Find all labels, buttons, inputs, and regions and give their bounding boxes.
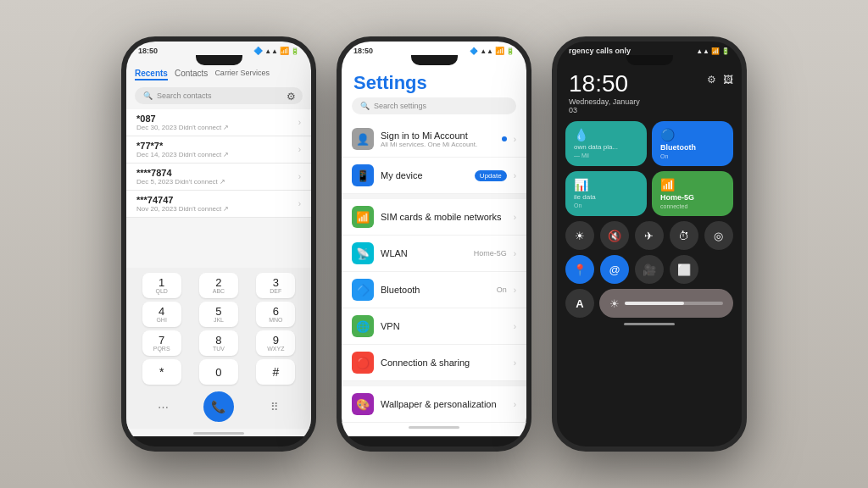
key-3[interactable]: 3DEF xyxy=(256,273,295,298)
cc-extra-btn[interactable]: ◎ xyxy=(704,221,733,250)
key-hash[interactable]: # xyxy=(256,359,295,385)
key-6[interactable]: 6MNO xyxy=(256,302,295,327)
call-item-3[interactable]: ****7874 Dec 5, 2023 Didn't connect ↗ › xyxy=(126,164,311,191)
key-8[interactable]: 8TUV xyxy=(199,330,238,356)
key-4[interactable]: 4GHI xyxy=(142,302,181,327)
cc-email-btn[interactable]: @ xyxy=(600,255,629,284)
sim-arrow: › xyxy=(514,213,516,222)
settings-item-vpn[interactable]: 🌐 VPN › xyxy=(342,308,526,345)
settings-item-wlan[interactable]: 📡 WLAN Home-5G › xyxy=(342,236,526,272)
keypad: 1QLD 2ABC 3DEF 4GHI 5JKL 6MNO 7PQRS 8TUV… xyxy=(126,268,311,429)
call-item-2[interactable]: *77*7* Dec 14, 2023 Didn't connect ↗ › xyxy=(126,136,311,164)
cc-avatar[interactable]: A xyxy=(565,289,594,318)
cc-gallery-icon[interactable]: 🖼 xyxy=(723,74,733,86)
wlan-labels: WLAN xyxy=(381,248,467,258)
key-2[interactable]: 2ABC xyxy=(199,273,238,298)
key-1[interactable]: 1QLD xyxy=(142,273,181,298)
tab-contacts[interactable]: Contacts xyxy=(175,69,208,80)
bt-tile-icon: 🔵 xyxy=(660,128,725,141)
bt-tile-sub: On xyxy=(660,153,725,159)
cc-tile-data-plan[interactable]: 💧 own data pla... — Mil xyxy=(565,121,647,166)
call-item-4[interactable]: ***74747 Nov 20, 2023 Didn't connect ↗ › xyxy=(126,191,311,218)
connection-arrow: › xyxy=(514,358,516,368)
wallpaper-label: Wallpaper & personalization xyxy=(381,399,507,409)
cc-expand-btn[interactable]: ⬜ xyxy=(670,255,698,284)
battery-icon: 🔋 xyxy=(291,47,299,55)
settings-item-wallpaper[interactable]: 🎨 Wallpaper & personalization › xyxy=(342,386,526,423)
settings-item-mi-account[interactable]: 👤 Sign in to Mi Account All Mi services.… xyxy=(342,121,526,158)
phone-right: rgency calls only ▲▲ 📶 🔋 18:50 Wednesday… xyxy=(552,36,747,452)
data-plan-label: own data pla... xyxy=(574,143,638,151)
keypad-row-2: 4GHI 5JKL 6MNO xyxy=(133,302,304,327)
signal-icon: ▲▲ xyxy=(264,47,278,55)
tab-recents[interactable]: Recents xyxy=(135,69,168,80)
call-number-1: *087 xyxy=(136,114,229,124)
cc-tile-bluetooth[interactable]: 🔵 Bluetooth On xyxy=(652,121,733,166)
mi-account-label: Sign in to Mi Account xyxy=(381,130,495,141)
cc-gear-icon[interactable]: ⚙ xyxy=(707,74,716,86)
notch-left xyxy=(196,55,242,65)
mi-account-arrow: › xyxy=(514,135,516,144)
key-9[interactable]: 9WXYZ xyxy=(256,330,295,356)
cc-empty xyxy=(704,255,732,284)
wallpaper-icon: 🎨 xyxy=(352,393,374,415)
mi-account-sublabel: All Mi services. One Mi Account. xyxy=(381,141,495,148)
my-device-arrow: › xyxy=(514,171,516,180)
brightness-track xyxy=(625,302,723,305)
sim-icon: 📶 xyxy=(352,206,374,228)
call-button[interactable]: 📞 xyxy=(203,391,234,422)
cc-tiles-grid: 💧 own data pla... — Mil 🔵 Bluetooth On 📊… xyxy=(557,114,742,219)
call-date-4: Nov 20, 2023 Didn't connect ↗ xyxy=(136,205,229,213)
home-indicator-right xyxy=(624,323,675,325)
brightness-icon: ☀ xyxy=(609,297,620,310)
my-device-icon: 📱 xyxy=(352,164,374,186)
phone-middle: 18:50 🔷 ▲▲ 📶 🔋 Settings 🔍 Search setting… xyxy=(337,36,531,452)
notch-mid xyxy=(411,55,458,65)
update-badge[interactable]: Update xyxy=(475,170,507,181)
phone-settings-gear[interactable]: ⚙ xyxy=(287,91,296,103)
connection-labels: Connection & sharing xyxy=(381,358,507,368)
wifi-right: 📶 xyxy=(711,47,720,55)
my-device-label: My device xyxy=(381,170,468,180)
mobile-data-sub: On xyxy=(574,202,638,208)
key-0[interactable]: 0 xyxy=(199,359,238,385)
dialpad-icon[interactable]: ⋯ xyxy=(143,401,182,413)
key-7[interactable]: 7PQRS xyxy=(142,330,181,356)
call-item-1[interactable]: *087 Dec 30, 2023 Didn't connect ↗ › xyxy=(126,109,311,136)
cc-mute-btn[interactable]: 🔇 xyxy=(600,221,629,250)
wifi-tile-sub: connected xyxy=(660,203,725,209)
contact-search-bar[interactable]: 🔍 Search contacts xyxy=(135,87,303,104)
cc-tile-mobile-data[interactable]: 📊 ile data On xyxy=(565,171,647,216)
cc-timer-btn[interactable]: ⏱ xyxy=(670,221,698,250)
wifi-tile-label: Home-5G xyxy=(660,193,725,202)
settings-item-my-device[interactable]: 📱 My device Update › xyxy=(342,158,526,194)
notch-right xyxy=(626,55,673,65)
cc-airplane-btn[interactable]: ✈ xyxy=(635,221,664,250)
tab-carrier[interactable]: Carrier Services xyxy=(214,69,270,80)
cc-flashlight-btn[interactable]: ☀ xyxy=(565,221,594,250)
settings-search-bar[interactable]: 🔍 Search settings xyxy=(352,97,516,114)
home-indicator-mid xyxy=(409,426,459,429)
cc-location-btn[interactable]: 📍 xyxy=(565,255,594,284)
call-arrow-3: › xyxy=(298,172,301,181)
vpn-icon: 🌐 xyxy=(352,315,374,337)
apps-icon[interactable]: ⠿ xyxy=(255,401,294,413)
key-5[interactable]: 5JKL xyxy=(199,302,238,327)
sim-labels: SIM cards & mobile networks xyxy=(381,212,507,222)
key-star[interactable]: * xyxy=(142,359,181,385)
connection-label: Connection & sharing xyxy=(381,358,507,368)
cc-brightness-bar[interactable]: ☀ xyxy=(599,289,733,318)
settings-item-bluetooth[interactable]: 🔷 Bluetooth On › xyxy=(342,272,526,308)
mi-account-icon: 👤 xyxy=(352,128,374,150)
settings-item-connection[interactable]: 🔴 Connection & sharing › xyxy=(342,345,526,381)
settings-item-sim[interactable]: 📶 SIM cards & mobile networks › xyxy=(342,199,526,236)
status-time-mid: 18:50 xyxy=(353,47,373,55)
phone-left: 18:50 🔷 ▲▲ 📶 🔋 ⚙ Recents Contacts Carrie… xyxy=(121,36,316,452)
cc-tile-wifi[interactable]: 📶 Home-5G connected xyxy=(652,171,733,216)
vpn-arrow: › xyxy=(514,322,516,331)
cc-icon-row-2: 📍 @ 🎥 ⬜ xyxy=(557,255,742,284)
bluetooth-labels: Bluetooth xyxy=(381,285,490,295)
wifi-tile-icon: 📶 xyxy=(660,178,725,191)
bluetooth-arrow: › xyxy=(514,286,516,295)
cc-camera-btn[interactable]: 🎥 xyxy=(635,255,664,284)
